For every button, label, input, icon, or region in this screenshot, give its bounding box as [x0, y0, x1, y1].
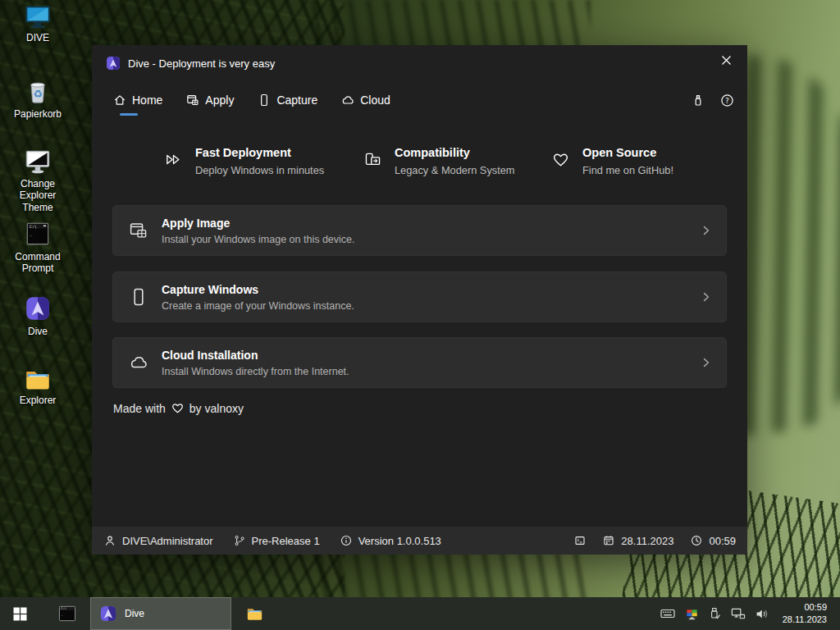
card-apply-image[interactable]: Apply Image Install your Windows image o… — [112, 205, 727, 256]
chevron-right-icon — [700, 290, 713, 304]
taskbar-dive-task[interactable]: Dive — [90, 597, 231, 630]
statusbar-version: Version 1.0.0.513 — [340, 535, 441, 547]
desktop-icon-explorer[interactable]: Explorer — [5, 366, 71, 406]
smartphone-icon — [129, 287, 148, 307]
taskbar-date: 28.11.2023 — [783, 614, 827, 626]
desktop-icon-change-explorer-theme[interactable]: Change Explorer Theme — [5, 149, 71, 213]
statusbar-release-text: Pre-Release 1 — [252, 535, 320, 547]
usb-drive-button[interactable] — [692, 94, 705, 107]
svg-text:♻: ♻ — [33, 88, 42, 100]
terminal-icon: C:\ _ — [23, 221, 52, 249]
usb-eject-tray-button[interactable] — [709, 607, 721, 620]
system-tray: 00:59 28.11.2023 — [660, 597, 840, 630]
card-capture-windows[interactable]: Capture Windows Create a image of your W… — [112, 272, 727, 322]
dive-logo-icon — [23, 294, 52, 323]
statusbar-user: DIVE\Administrator — [104, 535, 213, 547]
statusbar-version-text: Version 1.0.0.513 — [358, 535, 441, 547]
speaker-icon — [756, 608, 769, 620]
feature-subtitle: Find me on GitHub! — [582, 164, 673, 176]
heart-icon — [171, 401, 185, 415]
tab-capture[interactable]: Capture — [256, 91, 319, 109]
display-color-icon — [685, 608, 699, 620]
window-title: Dive - Deployment is very easy — [128, 57, 275, 70]
start-button[interactable] — [0, 597, 39, 630]
statusbar-right: 28.11.2023 00:59 — [557, 535, 736, 547]
feature-title: Fast Deployment — [195, 146, 324, 159]
chevron-right-icon — [700, 356, 713, 369]
dive-logo-icon — [106, 56, 121, 71]
active-tab-indicator — [120, 113, 138, 116]
network-tray-button[interactable] — [731, 608, 746, 620]
feature-title: Open Source — [582, 146, 673, 159]
terminal-icon: C:\ _ — [58, 605, 76, 622]
cloud-icon — [129, 353, 148, 372]
tab-cloud[interactable]: Cloud — [340, 91, 392, 109]
display-settings-tray-button[interactable] — [685, 608, 699, 620]
devices-icon — [363, 150, 382, 169]
recycle-bin-icon: ♻ — [23, 76, 52, 106]
taskbar-explorer[interactable] — [238, 597, 271, 630]
folder-icon — [23, 366, 52, 392]
taskbar-task-label: Dive — [125, 608, 144, 619]
fast-forward-icon — [164, 150, 183, 169]
desktop-icon-label: Change Explorer Theme — [5, 178, 71, 213]
help-button[interactable]: ? — [720, 94, 734, 107]
statusbar-release: Pre-Release 1 — [234, 535, 320, 547]
desktop-icon-label: Dive — [28, 326, 48, 337]
chevron-right-icon — [700, 224, 713, 237]
volume-tray-button[interactable] — [756, 608, 769, 620]
feature-subtitle: Legacy & Modern System — [395, 164, 515, 176]
window-titlebar[interactable]: Dive - Deployment is very easy — [92, 45, 747, 81]
taskbar-time: 00:59 — [783, 601, 827, 614]
clock-icon — [691, 535, 702, 546]
info-icon — [340, 535, 352, 546]
monitor-icon — [23, 5, 52, 30]
svg-text:C:\: C:\ — [61, 607, 66, 610]
desktop-icon-label: Papierkorb — [14, 108, 62, 120]
nav-bar: Home Apply Capture — [112, 86, 734, 114]
taskbar-clock[interactable]: 00:59 28.11.2023 — [779, 601, 832, 626]
desktop-icon-command-prompt[interactable]: C:\ _ Command Prompt — [5, 221, 71, 275]
keyboard-tray-button[interactable] — [660, 608, 675, 619]
statusbar-console — [574, 535, 586, 546]
windows-logo-icon — [13, 607, 27, 621]
apply-window-icon — [186, 94, 199, 107]
taskbar-command-prompt[interactable]: C:\ _ — [51, 597, 84, 630]
cloud-icon — [341, 94, 354, 107]
dive-app-window: Dive - Deployment is very easy Home — [92, 45, 747, 555]
folder-icon — [245, 605, 264, 622]
made-with-note: Made with by valnoxy — [113, 401, 244, 415]
tab-label: Home — [132, 94, 162, 107]
desktop-icon-label: DIVE — [26, 32, 49, 43]
close-icon — [721, 55, 732, 66]
card-cloud-installation[interactable]: Cloud Installation Install Windows direc… — [112, 337, 727, 388]
theme-monitor-icon — [23, 149, 52, 176]
usb-eject-icon — [709, 607, 721, 620]
statusbar-time-text: 00:59 — [709, 535, 736, 547]
close-button[interactable] — [710, 48, 742, 71]
desktop-icon-dive-app[interactable]: Dive — [5, 294, 71, 337]
smartphone-icon — [258, 94, 271, 107]
help-icon: ? — [720, 94, 734, 107]
card-title: Apply Image — [162, 217, 355, 230]
desktop: DIVE ♻ Papierkorb Change Explorer Theme … — [0, 0, 840, 630]
desktop-icon-recycle-bin[interactable]: ♻ Papierkorb — [5, 76, 71, 120]
console-icon — [574, 535, 586, 546]
feature-subtitle: Deploy Windows in minutes — [195, 164, 324, 176]
home-icon — [113, 94, 126, 107]
taskbar: C:\ _ Dive — [0, 597, 840, 630]
feature-open-source: Open Source Find me on GitHub! — [551, 146, 673, 176]
made-with-suffix: by valnoxy — [189, 402, 244, 415]
dive-logo-icon — [99, 605, 117, 623]
feature-compatibility: Compatibility Legacy & Modern System — [363, 146, 515, 176]
person-icon — [104, 535, 116, 546]
desktop-icon-dive-pc[interactable]: DIVE — [5, 5, 71, 43]
card-subtitle: Install Windows directly from the Intern… — [162, 366, 349, 377]
tab-home[interactable]: Home — [112, 91, 164, 109]
card-title: Cloud Installation — [162, 349, 349, 362]
card-title: Capture Windows — [162, 283, 354, 296]
tab-apply[interactable]: Apply — [185, 91, 235, 109]
desktop-icon-label: Command Prompt — [5, 251, 71, 275]
card-subtitle: Install your Windows image on this devic… — [162, 234, 355, 245]
feature-fast-deployment: Fast Deployment Deploy Windows in minute… — [164, 146, 324, 176]
